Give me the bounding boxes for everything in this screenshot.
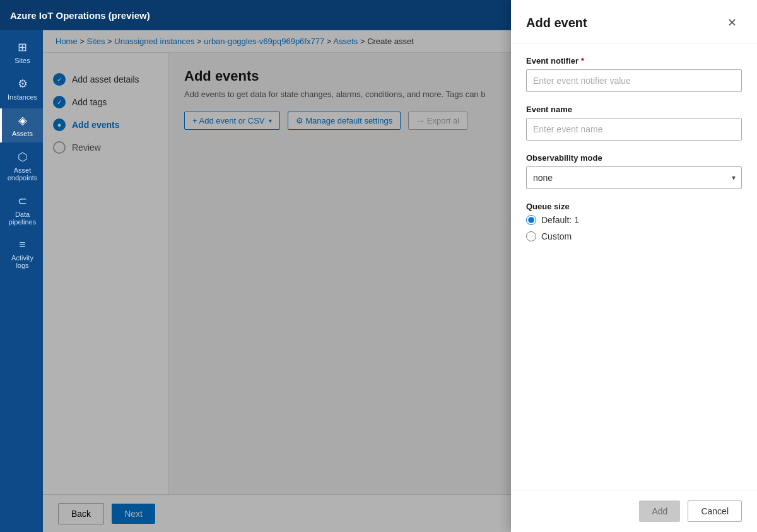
- event-name-label: Event name: [526, 105, 742, 114]
- sidebar-item-label: Assets: [12, 130, 33, 137]
- add-event-panel: Add event ✕ Event notifier * Event name …: [511, 0, 757, 532]
- queue-size-custom-option[interactable]: Custom: [526, 231, 742, 241]
- panel-header: Add event ✕: [511, 0, 757, 43]
- data-pipelines-icon: ⊂: [18, 194, 27, 208]
- observability-mode-wrapper: none gauge counter histogram log ▾: [526, 166, 742, 189]
- panel-title: Add event: [526, 16, 587, 30]
- queue-size-default-radio[interactable]: [526, 215, 536, 225]
- sidebar-item-activity-logs[interactable]: ≡ Activity logs: [0, 233, 43, 274]
- queue-size-custom-label: Custom: [541, 231, 572, 241]
- sidebar-item-label: Activity logs: [4, 254, 40, 269]
- event-notifier-group: Event notifier *: [526, 56, 742, 92]
- sidebar-item-label: Data pipelines: [4, 211, 40, 226]
- queue-size-radio-group: Default: 1 Custom: [526, 215, 742, 241]
- sidebar: ⊞ Sites ⚙ Instances ◈ Assets ⬡ Asset end…: [0, 30, 43, 532]
- observability-mode-group: Observability mode none gauge counter hi…: [526, 153, 742, 189]
- sidebar-item-label: Asset endpoints: [4, 166, 40, 182]
- add-button[interactable]: Add: [639, 500, 680, 522]
- sidebar-item-label: Instances: [8, 93, 37, 101]
- event-name-group: Event name: [526, 105, 742, 141]
- asset-endpoints-icon: ⬡: [18, 150, 28, 164]
- cancel-button[interactable]: Cancel: [688, 500, 742, 522]
- panel-body: Event notifier * Event name Observabilit…: [511, 43, 757, 490]
- observability-mode-select[interactable]: none gauge counter histogram log: [526, 166, 742, 189]
- queue-size-default-label: Default: 1: [541, 215, 579, 225]
- observability-mode-label: Observability mode: [526, 153, 742, 163]
- sidebar-item-data-pipelines[interactable]: ⊂ Data pipelines: [0, 189, 43, 231]
- instances-icon: ⚙: [18, 77, 28, 91]
- queue-size-group: Queue size Default: 1 Custom: [526, 202, 742, 241]
- sidebar-item-asset-endpoints[interactable]: ⬡ Asset endpoints: [0, 145, 43, 187]
- panel-footer: Add Cancel: [511, 490, 757, 532]
- required-indicator: *: [581, 56, 584, 66]
- queue-size-default-option[interactable]: Default: 1: [526, 215, 742, 225]
- close-button[interactable]: ✕: [722, 13, 742, 33]
- app-title: Azure IoT Operations (preview): [10, 10, 150, 21]
- event-notifier-label: Event notifier *: [526, 56, 742, 66]
- sites-icon: ⊞: [18, 40, 27, 54]
- assets-icon: ◈: [18, 113, 27, 127]
- event-notifier-input[interactable]: [526, 69, 742, 92]
- event-name-input[interactable]: [526, 118, 742, 141]
- sidebar-item-assets[interactable]: ◈ Assets: [0, 108, 43, 142]
- sidebar-item-instances[interactable]: ⚙ Instances: [0, 72, 43, 106]
- queue-size-custom-radio[interactable]: [526, 231, 536, 241]
- activity-logs-icon: ≡: [19, 238, 26, 252]
- queue-size-label: Queue size: [526, 202, 742, 211]
- sidebar-item-label: Sites: [15, 57, 30, 64]
- sidebar-item-sites[interactable]: ⊞ Sites: [0, 35, 43, 69]
